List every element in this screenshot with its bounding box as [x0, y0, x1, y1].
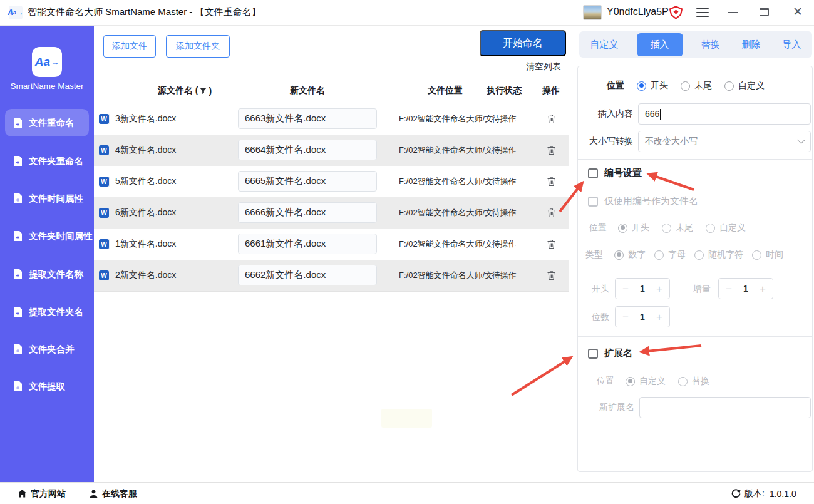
case-convert-select[interactable]: 不改变大小写: [638, 131, 811, 152]
source-name: 2新文件名.docx: [115, 260, 176, 291]
status-text: 待操作: [479, 229, 529, 260]
filter-icon[interactable]: [200, 88, 207, 95]
new-name-input[interactable]: 6662新文件名.docx: [238, 265, 377, 285]
radio-type-random[interactable]: [694, 250, 704, 260]
add-file-button[interactable]: 添加文件: [103, 35, 156, 58]
status-text: 待操作: [479, 260, 529, 291]
sidebar-item-folder-rename[interactable]: 文件夹重命名: [0, 149, 94, 173]
vip-badge-icon[interactable]: [669, 6, 683, 19]
version-number: 1.0.1.0: [770, 489, 796, 499]
trash-icon: [547, 114, 556, 124]
radio-type-letter[interactable]: [654, 250, 664, 260]
start-number-stepper[interactable]: − 1 +: [615, 278, 670, 299]
new-name-input[interactable]: 6663新文件名.docx: [238, 108, 377, 129]
brand-name: SmartName Master: [0, 81, 94, 91]
sidebar: Aa→ SmartName Master 文件重命名 文件夹重命名 文件时间属性…: [0, 25, 94, 482]
new-extension-row: 新扩展名: [578, 397, 812, 418]
delete-row-button[interactable]: [540, 103, 562, 135]
insert-content-row: 插入内容 666: [578, 103, 812, 125]
numbering-position-row: 位置 开头 末尾 自定义: [589, 222, 758, 234]
radio-number-pos-custom[interactable]: [706, 224, 715, 233]
tab-replace[interactable]: 替换: [698, 33, 724, 56]
table-row: W 3新文件名.docx 6663新文件名.docx F:/02智能文件命名大师…: [94, 103, 569, 135]
radio-insert-pos-custom[interactable]: [724, 81, 734, 91]
numbering-checkbox[interactable]: [588, 168, 598, 178]
file-path: F:/02智能文件命名大师/文件,: [399, 197, 492, 229]
radio-type-time[interactable]: [752, 250, 761, 260]
titlebar: Aa→ 智能文件命名大师 SmartName Master - 【文件重命名】 …: [0, 0, 814, 26]
word-file-icon: W: [99, 114, 109, 124]
menu-icon[interactable]: [696, 8, 709, 19]
new-name-input[interactable]: 6661新文件名.docx: [238, 234, 377, 254]
trash-icon: [547, 270, 556, 280]
fading-toast: [381, 409, 432, 428]
official-website-link[interactable]: 官方网站: [18, 483, 66, 504]
sidebar-item-file-rename[interactable]: 文件重命名: [0, 111, 94, 135]
online-support-link[interactable]: 在线客服: [89, 483, 137, 504]
app-logo: Aa→: [32, 47, 62, 77]
radio-number-pos-end[interactable]: [662, 224, 671, 233]
radio-number-pos-start[interactable]: [618, 224, 627, 233]
sidebar-item-folder-time[interactable]: 文件夹时间属性: [0, 224, 94, 248]
radio-insert-pos-end[interactable]: [681, 81, 690, 91]
increment-stepper[interactable]: − 1 +: [718, 278, 773, 299]
new-name-input[interactable]: 6665新文件名.docx: [238, 171, 377, 192]
new-name-input[interactable]: 6664新文件名.docx: [238, 140, 377, 160]
word-file-icon: W: [99, 145, 109, 155]
sidebar-item-file-extract[interactable]: 文件提取: [0, 374, 94, 398]
delete-row-button[interactable]: [540, 135, 562, 166]
extension-checkbox[interactable]: [588, 349, 598, 359]
radio-ext-custom[interactable]: [626, 377, 635, 386]
start-rename-button[interactable]: 开始命名: [480, 30, 566, 56]
new-name-input[interactable]: 6666新文件名.docx: [238, 202, 377, 223]
word-file-icon: W: [99, 208, 109, 218]
table-row: W 2新文件名.docx 6662新文件名.docx F:/02智能文件命名大师…: [94, 260, 569, 292]
user-avatar[interactable]: [583, 5, 602, 20]
file-plus-icon: [14, 344, 23, 354]
file-path: F:/02智能文件命名大师/文件,: [399, 166, 492, 197]
file-plus-icon: [14, 231, 23, 241]
tab-insert[interactable]: 插入: [637, 33, 683, 56]
delete-row-button[interactable]: [540, 166, 562, 197]
increment-icon[interactable]: +: [760, 284, 766, 294]
radio-ext-replace[interactable]: [678, 377, 688, 386]
insert-content-input[interactable]: 666: [638, 103, 811, 125]
tab-delete[interactable]: 删除: [738, 33, 765, 56]
new-extension-input[interactable]: [639, 397, 811, 418]
sidebar-item-extract-filename[interactable]: 提取文件名称: [0, 262, 94, 286]
decrement-icon[interactable]: −: [622, 284, 629, 294]
file-list-area: 添加文件 添加文件夹 开始命名 清空列表 源文件名 ( ) 新文件名 文件位置 …: [94, 25, 577, 482]
column-path: 文件位置: [399, 78, 492, 103]
minimize-button[interactable]: [728, 12, 738, 13]
delete-row-button[interactable]: [540, 197, 562, 229]
sidebar-item-folder-merge[interactable]: 文件夹合并: [0, 337, 94, 361]
chevron-down-icon: [797, 136, 805, 144]
maximize-button[interactable]: [760, 8, 769, 16]
username[interactable]: Y0ndfcLlya5P: [607, 6, 669, 18]
status-text: 待操作: [479, 135, 529, 166]
delete-row-button[interactable]: [540, 229, 562, 260]
numbering-checkbox-row: 编号设置: [588, 167, 642, 179]
decrement-icon[interactable]: −: [726, 284, 732, 294]
file-path: F:/02智能文件命名大师/文件,: [399, 135, 492, 166]
footer: 官方网站 在线客服 版本: 1.0.1.0: [0, 482, 814, 504]
sidebar-item-file-time[interactable]: 文件时间属性: [0, 187, 94, 210]
only-number-checkbox[interactable]: [588, 197, 598, 207]
increment-icon[interactable]: +: [656, 284, 662, 294]
tab-import[interactable]: 导入: [779, 33, 805, 56]
digits-stepper[interactable]: − 1 +: [615, 306, 670, 327]
close-button[interactable]: ✕: [793, 4, 803, 19]
clear-list-link[interactable]: 清空列表: [526, 61, 566, 73]
increment-icon[interactable]: +: [656, 312, 662, 322]
trash-icon: [547, 208, 556, 218]
delete-row-button[interactable]: [540, 260, 562, 291]
tab-custom[interactable]: 自定义: [587, 33, 622, 56]
refresh-icon[interactable]: [731, 489, 741, 498]
decrement-icon[interactable]: −: [622, 312, 629, 322]
file-plus-icon: [14, 307, 23, 317]
sidebar-item-extract-foldername[interactable]: 提取文件夹名: [0, 300, 94, 324]
radio-insert-pos-start[interactable]: [637, 81, 646, 91]
extension-position-row: 位置 自定义 替换: [597, 376, 722, 387]
add-folder-button[interactable]: 添加文件夹: [166, 35, 230, 58]
radio-type-number[interactable]: [614, 250, 624, 260]
